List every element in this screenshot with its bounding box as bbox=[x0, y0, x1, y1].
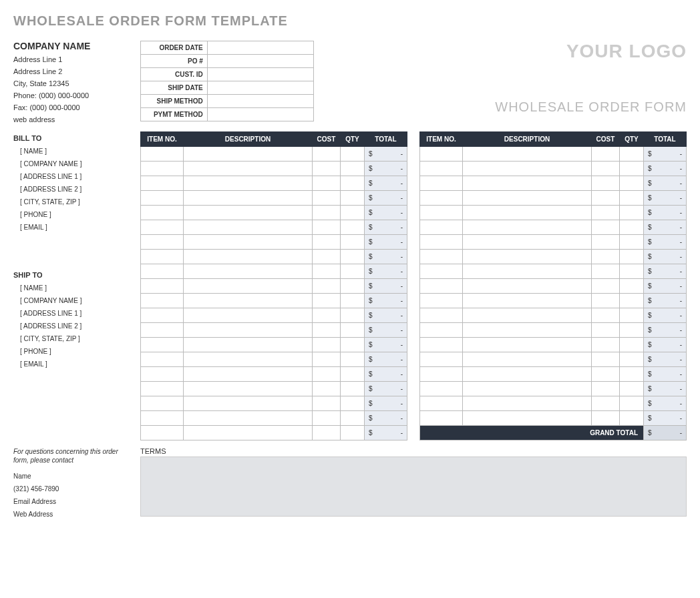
item-no-cell[interactable] bbox=[141, 426, 184, 440]
ship-to-phone[interactable]: [ PHONE ] bbox=[13, 348, 127, 355]
description-cell[interactable] bbox=[463, 206, 592, 220]
item-no-cell[interactable] bbox=[141, 396, 184, 411]
description-cell[interactable] bbox=[463, 367, 592, 382]
qty-cell[interactable] bbox=[341, 279, 365, 294]
item-no-cell[interactable] bbox=[420, 338, 463, 352]
description-cell[interactable] bbox=[184, 250, 313, 264]
description-cell[interactable] bbox=[463, 411, 592, 426]
item-no-cell[interactable] bbox=[420, 250, 463, 264]
description-cell[interactable] bbox=[184, 382, 313, 396]
cost-cell[interactable] bbox=[592, 338, 620, 352]
terms-input[interactable] bbox=[140, 457, 687, 517]
item-no-cell[interactable] bbox=[141, 176, 184, 191]
item-no-cell[interactable] bbox=[141, 308, 184, 323]
item-no-cell[interactable] bbox=[141, 162, 184, 176]
ship-date-input[interactable] bbox=[207, 81, 313, 95]
bill-to-address2[interactable]: [ ADDRESS LINE 2 ] bbox=[13, 186, 127, 193]
item-no-cell[interactable] bbox=[420, 294, 463, 308]
qty-cell[interactable] bbox=[620, 294, 644, 308]
item-no-cell[interactable] bbox=[141, 235, 184, 250]
cost-cell[interactable] bbox=[313, 264, 341, 279]
qty-cell[interactable] bbox=[341, 411, 365, 426]
cust-id-input[interactable] bbox=[207, 68, 313, 81]
bill-to-city[interactable]: [ CITY, STATE, ZIP ] bbox=[13, 198, 127, 206]
item-no-cell[interactable] bbox=[141, 367, 184, 382]
item-no-cell[interactable] bbox=[420, 147, 463, 162]
cost-cell[interactable] bbox=[313, 162, 341, 176]
item-no-cell[interactable] bbox=[420, 191, 463, 206]
description-cell[interactable] bbox=[463, 382, 592, 396]
cost-cell[interactable] bbox=[313, 250, 341, 264]
cost-cell[interactable] bbox=[313, 176, 341, 191]
item-no-cell[interactable] bbox=[141, 279, 184, 294]
cost-cell[interactable] bbox=[313, 411, 341, 426]
description-cell[interactable] bbox=[184, 279, 313, 294]
item-no-cell[interactable] bbox=[141, 338, 184, 352]
item-no-cell[interactable] bbox=[420, 162, 463, 176]
item-no-cell[interactable] bbox=[420, 411, 463, 426]
item-no-cell[interactable] bbox=[420, 206, 463, 220]
po-input[interactable] bbox=[207, 55, 313, 68]
bill-to-company[interactable]: [ COMPANY NAME ] bbox=[13, 160, 127, 168]
qty-cell[interactable] bbox=[620, 352, 644, 367]
qty-cell[interactable] bbox=[620, 206, 644, 220]
qty-cell[interactable] bbox=[620, 411, 644, 426]
qty-cell[interactable] bbox=[620, 382, 644, 396]
item-no-cell[interactable] bbox=[141, 411, 184, 426]
item-no-cell[interactable] bbox=[420, 279, 463, 294]
qty-cell[interactable] bbox=[341, 250, 365, 264]
ship-to-address2[interactable]: [ ADDRESS LINE 2 ] bbox=[13, 322, 127, 330]
qty-cell[interactable] bbox=[620, 264, 644, 279]
item-no-cell[interactable] bbox=[420, 235, 463, 250]
cost-cell[interactable] bbox=[313, 426, 341, 440]
cost-cell[interactable] bbox=[592, 176, 620, 191]
bill-to-name[interactable]: [ NAME ] bbox=[13, 147, 127, 155]
qty-cell[interactable] bbox=[620, 235, 644, 250]
order-date-input[interactable] bbox=[207, 41, 313, 55]
description-cell[interactable] bbox=[184, 264, 313, 279]
cost-cell[interactable] bbox=[313, 308, 341, 323]
description-cell[interactable] bbox=[184, 294, 313, 308]
qty-cell[interactable] bbox=[341, 396, 365, 411]
description-cell[interactable] bbox=[184, 147, 313, 162]
ship-to-city[interactable]: [ CITY, STATE, ZIP ] bbox=[13, 335, 127, 342]
cost-cell[interactable] bbox=[592, 206, 620, 220]
qty-cell[interactable] bbox=[341, 308, 365, 323]
cost-cell[interactable] bbox=[592, 367, 620, 382]
ship-to-email[interactable]: [ EMAIL ] bbox=[13, 360, 127, 368]
item-no-cell[interactable] bbox=[141, 191, 184, 206]
description-cell[interactable] bbox=[184, 323, 313, 338]
description-cell[interactable] bbox=[184, 338, 313, 352]
item-no-cell[interactable] bbox=[141, 382, 184, 396]
description-cell[interactable] bbox=[463, 308, 592, 323]
qty-cell[interactable] bbox=[620, 176, 644, 191]
item-no-cell[interactable] bbox=[141, 206, 184, 220]
description-cell[interactable] bbox=[463, 352, 592, 367]
cost-cell[interactable] bbox=[592, 147, 620, 162]
cost-cell[interactable] bbox=[592, 411, 620, 426]
item-no-cell[interactable] bbox=[141, 264, 184, 279]
description-cell[interactable] bbox=[184, 162, 313, 176]
item-no-cell[interactable] bbox=[141, 323, 184, 338]
description-cell[interactable] bbox=[184, 206, 313, 220]
cost-cell[interactable] bbox=[313, 235, 341, 250]
cost-cell[interactable] bbox=[592, 162, 620, 176]
qty-cell[interactable] bbox=[620, 338, 644, 352]
description-cell[interactable] bbox=[463, 264, 592, 279]
description-cell[interactable] bbox=[463, 191, 592, 206]
cost-cell[interactable] bbox=[313, 206, 341, 220]
qty-cell[interactable] bbox=[341, 147, 365, 162]
item-no-cell[interactable] bbox=[420, 308, 463, 323]
bill-to-address1[interactable]: [ ADDRESS LINE 1 ] bbox=[13, 173, 127, 180]
cost-cell[interactable] bbox=[313, 147, 341, 162]
cost-cell[interactable] bbox=[592, 396, 620, 411]
qty-cell[interactable] bbox=[620, 396, 644, 411]
pymt-method-input[interactable] bbox=[207, 108, 313, 121]
cost-cell[interactable] bbox=[313, 396, 341, 411]
item-no-cell[interactable] bbox=[420, 323, 463, 338]
item-no-cell[interactable] bbox=[141, 147, 184, 162]
qty-cell[interactable] bbox=[341, 264, 365, 279]
qty-cell[interactable] bbox=[620, 323, 644, 338]
qty-cell[interactable] bbox=[341, 235, 365, 250]
bill-to-email[interactable]: [ EMAIL ] bbox=[13, 224, 127, 231]
